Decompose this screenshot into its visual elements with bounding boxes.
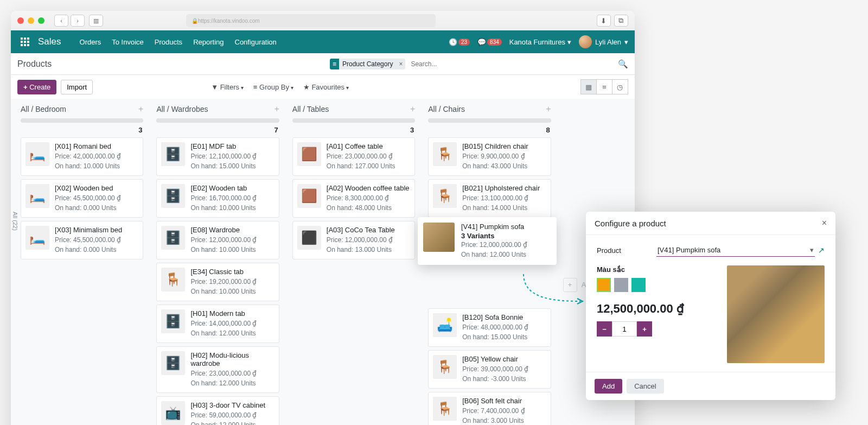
svg-rect-8 xyxy=(27,44,29,46)
message-badge: 834 xyxy=(487,39,502,46)
product-card[interactable]: 📺 [H03] 3-door TV cabinet Price: 59,000,… xyxy=(156,396,279,425)
activity-badge: 23 xyxy=(458,39,470,46)
favourites-dropdown[interactable]: ★ Favourites xyxy=(303,83,349,91)
sidebar-toggle-icon[interactable]: ▥ xyxy=(89,15,103,27)
card-title: [E02] Wooden tab xyxy=(190,184,274,192)
product-thumbnail: 🪑 xyxy=(433,355,457,379)
product-card[interactable]: 🗄️ [E08] Wardrobe Price: 12,000,000.00 ₫… xyxy=(156,221,279,259)
user-menu[interactable]: Lyli Alen ▾ xyxy=(579,35,628,48)
tabs-icon[interactable]: ⧉ xyxy=(614,15,628,27)
column-quick-add-icon[interactable]: + xyxy=(138,104,143,114)
menu-reporting[interactable]: Reporting xyxy=(188,38,229,46)
messages-button[interactable]: 💬 834 xyxy=(477,38,502,46)
product-card[interactable]: 🗄️ [H02] Modu-licious wardrobe Price: 23… xyxy=(156,346,279,393)
window-controls[interactable] xyxy=(17,17,44,24)
filter-icon: ▼ xyxy=(211,83,218,91)
product-card[interactable]: 🪑 [B05] Yellow chair Price: 39,000,000.0… xyxy=(428,350,551,389)
kanban-view-button[interactable]: ▦ xyxy=(580,79,597,94)
product-image xyxy=(727,265,825,363)
dragging-card[interactable]: [V41] Pumpkim sofa 3 Variants Price: 12,… xyxy=(418,217,557,265)
product-card[interactable]: 🛏️ [X01] Romani bed Price: 42,000,000.00… xyxy=(21,137,143,176)
column-progressbar xyxy=(428,118,551,123)
qty-input[interactable] xyxy=(612,321,637,337)
card-price: Price: 14,000,000.00 ₫ xyxy=(190,319,274,328)
product-card[interactable]: 🛋️ [B120] Sofa Bonnie Price: 48,000,000.… xyxy=(428,308,551,347)
menu-products[interactable]: Products xyxy=(149,38,188,46)
activities-button[interactable]: 🕓 23 xyxy=(449,38,470,46)
swatch-orange[interactable] xyxy=(597,278,611,292)
create-button[interactable]: Create xyxy=(17,80,56,94)
product-card[interactable]: 🗄️ [H01] Modern tab Price: 14,000,000.00… xyxy=(156,305,279,343)
swatch-grey[interactable] xyxy=(614,278,628,292)
activity-view-button[interactable]: ◷ xyxy=(612,79,628,94)
app-title[interactable]: Sales xyxy=(38,36,61,47)
column-quick-add-icon[interactable]: + xyxy=(410,104,415,114)
product-thumbnail: 🪑 xyxy=(433,184,457,208)
download-icon[interactable]: ⬇ xyxy=(597,15,611,27)
search-input[interactable] xyxy=(409,58,615,70)
cancel-button[interactable]: Cancel xyxy=(627,379,663,394)
product-thumbnail: ⬛ xyxy=(297,226,321,250)
card-price: Price: 19,200,000.00 ₫ xyxy=(190,277,274,287)
facet-label: Product Category xyxy=(339,59,396,69)
groupby-dropdown[interactable]: ≡ Group By xyxy=(253,83,293,91)
variant-price: 12,500,000.00 ₫ xyxy=(597,302,716,316)
color-label: Màu sắc xyxy=(597,265,716,274)
card-title: [X01] Romani bed xyxy=(55,142,138,150)
product-thumbnail: 📺 xyxy=(161,401,185,425)
product-thumbnail: 🟫 xyxy=(297,184,321,208)
chat-icon: 💬 xyxy=(477,38,486,46)
column-quick-add-icon[interactable]: + xyxy=(274,104,279,114)
search-icon[interactable]: 🔍 xyxy=(618,59,628,69)
card-onhand: On hand: 12.000 Units xyxy=(461,250,527,259)
product-thumbnail: 🗄️ xyxy=(161,184,185,208)
remove-facet-icon[interactable]: × xyxy=(396,60,405,68)
product-card[interactable]: 🟫 [A02] Wooden coffee table Price: 8,300… xyxy=(292,179,415,218)
add-button[interactable]: Add xyxy=(595,379,622,394)
list-view-button[interactable]: ≡ xyxy=(596,79,612,94)
product-card[interactable]: 🪑 [E34] Classic tab Price: 19,200,000.00… xyxy=(156,263,279,301)
external-link-icon[interactable]: ↗ xyxy=(818,246,825,255)
card-title: [B05] Yellow chair xyxy=(462,355,546,363)
list-icon: ≡ xyxy=(330,59,339,69)
menu-orders[interactable]: Orders xyxy=(74,38,107,46)
search-facet[interactable]: ≡ Product Category × xyxy=(330,59,405,69)
company-selector[interactable]: Kanota Furnitures ▾ xyxy=(509,38,571,46)
forward-button[interactable]: › xyxy=(71,15,85,27)
product-card[interactable]: 🗄️ [E01] MDF tab Price: 12,100,000.00 ₫ … xyxy=(156,137,279,176)
product-select[interactable]: [V41] Pumpkim sofa ▾ xyxy=(656,244,815,257)
close-window-icon[interactable] xyxy=(17,17,24,24)
card-title: [E34] Classic tab xyxy=(190,268,274,276)
card-onhand: On hand: 10.000 Units xyxy=(55,161,138,171)
column-quick-add-icon[interactable]: + xyxy=(546,104,551,114)
product-card[interactable]: 🗄️ [E02] Wooden tab Price: 16,700,000.00… xyxy=(156,179,279,218)
back-button[interactable]: ‹ xyxy=(54,15,68,27)
card-onhand: On hand: 10.000 Units xyxy=(190,287,274,296)
qty-decrease-button[interactable]: − xyxy=(597,321,612,337)
collapsed-column[interactable]: All (22) xyxy=(11,207,20,235)
menu-to-invoice[interactable]: To Invoice xyxy=(106,38,149,46)
product-card[interactable]: 🪑 [B015] Children chair Price: 9,900,000… xyxy=(428,137,551,176)
card-title: [A03] CoCo Tea Table xyxy=(327,226,410,234)
maximize-window-icon[interactable] xyxy=(38,17,44,24)
product-card[interactable]: ⬛ [A03] CoCo Tea Table Price: 12,000,000… xyxy=(292,221,415,259)
svg-rect-0 xyxy=(21,37,23,40)
product-thumbnail: 🪑 xyxy=(161,268,185,291)
apps-launcher-icon[interactable] xyxy=(17,34,33,49)
filters-dropdown[interactable]: ▼ Filters xyxy=(211,83,244,91)
product-card[interactable]: 🛏️ [X02] Wooden bed Price: 45,500,000.00… xyxy=(21,179,143,218)
qty-increase-button[interactable]: + xyxy=(637,321,652,337)
swatch-teal[interactable] xyxy=(631,278,646,292)
product-card[interactable]: 🟫 [A01] Coffee table Price: 23,000,000.0… xyxy=(292,137,415,176)
column-title: All / Chairs xyxy=(428,105,546,113)
card-price: Price: 12,100,000.00 ₫ xyxy=(190,151,274,161)
menu-configuration[interactable]: Configuration xyxy=(229,38,282,46)
minimize-window-icon[interactable] xyxy=(28,17,34,24)
import-button[interactable]: Import xyxy=(61,80,93,94)
product-card[interactable]: 🛏️ [X03] Minimalism bed Price: 45,500,00… xyxy=(21,221,143,259)
url-bar[interactable]: 🔒 https://kanota.vindoo.com xyxy=(186,14,436,27)
close-icon[interactable]: × xyxy=(822,218,827,228)
product-card[interactable]: 🪑 [B06] Soft felt chair Price: 7,400,000… xyxy=(428,392,551,425)
product-thumbnail xyxy=(423,223,455,252)
product-card[interactable]: 🪑 [B021] Upholstered chair Price: 13,100… xyxy=(428,179,551,218)
